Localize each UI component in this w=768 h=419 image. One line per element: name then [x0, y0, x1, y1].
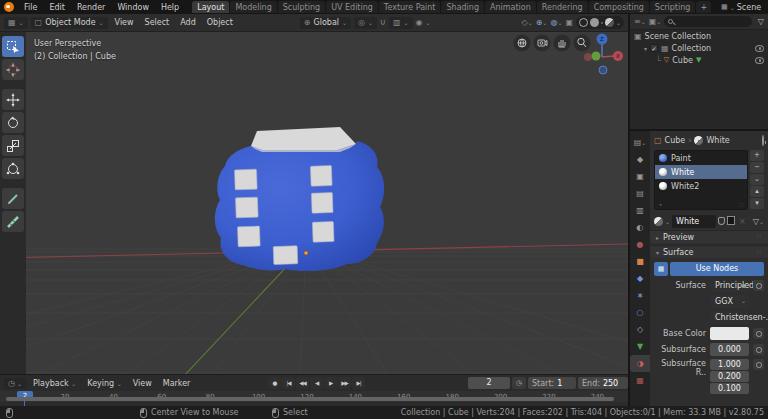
wireframe-shading-button[interactable] [579, 18, 588, 27]
preview-panel-header[interactable]: ▸ Preview ∷ [650, 230, 768, 243]
animate-property-button[interactable] [753, 359, 764, 370]
tool-rotate[interactable] [2, 112, 24, 133]
specials-dropdown[interactable]: ▽⌄ [753, 217, 764, 226]
tool-measure[interactable] [2, 211, 24, 232]
animate-property-button[interactable] [753, 344, 764, 355]
scene-selector[interactable]: ▦ ⌄ Scene × [721, 3, 768, 12]
menu-marker[interactable]: Marker [159, 379, 195, 388]
record-button[interactable]: ● [268, 377, 281, 389]
timeline-scrollbar[interactable] [6, 397, 614, 401]
disclosure-triangle-icon[interactable]: ▾ [644, 45, 647, 52]
outliner-row-collection[interactable]: ▾ ✓ ▦ Collection [630, 42, 768, 54]
tool-scale[interactable] [2, 135, 24, 156]
menu-edit[interactable]: Edit [44, 3, 70, 12]
tab-constraints[interactable]: ◇ [630, 321, 650, 338]
animate-property-button[interactable] [753, 280, 764, 291]
pin-icon[interactable] [762, 136, 764, 145]
tab-particles[interactable]: ∗ [630, 287, 650, 304]
use-nodes-button[interactable]: Use Nodes [670, 262, 764, 276]
list-resize-grip[interactable]: ∷ [739, 201, 743, 208]
object-visibility-dropdown[interactable]: ◇⌄ [521, 18, 532, 27]
proportional-editing-toggle[interactable]: ◉ [416, 18, 423, 27]
menu-keying[interactable]: Keying ⌄ [83, 379, 125, 388]
menu-view[interactable]: View [111, 18, 138, 27]
next-keyframe-button[interactable]: ▶▶ [338, 377, 351, 389]
outliner-display-mode-dropdown[interactable]: ≡⌄ [634, 17, 646, 26]
fake-user-icon[interactable] [718, 217, 725, 225]
menu-help[interactable]: Help [156, 3, 184, 12]
camera-view-button[interactable] [534, 35, 551, 52]
solid-shading-button[interactable] [590, 18, 599, 27]
menu-file[interactable]: File [19, 3, 42, 12]
menu-object[interactable]: Object [203, 18, 237, 27]
end-frame-field[interactable]: End:250 [578, 377, 628, 389]
hide-in-viewport-icon[interactable] [755, 45, 764, 52]
slot-specials-dropdown[interactable]: ⌄ [750, 174, 764, 185]
timeline-ruler[interactable]: 20406080100120140160180200220240 2 [0, 391, 628, 402]
material-preview-shading-button[interactable] [601, 22, 603, 24]
surface-shader-field[interactable]: Principled .. [710, 279, 749, 292]
menu-render[interactable]: Render [72, 3, 110, 12]
shading-dropdown[interactable]: ⌄ [616, 19, 621, 26]
tab-texture-paint[interactable]: Texture Paint [379, 1, 441, 13]
tool-cursor[interactable] [2, 59, 24, 80]
breadcrumb-object[interactable]: Cube [665, 136, 686, 145]
pan-view-button[interactable] [554, 35, 571, 52]
tool-annotate[interactable] [2, 188, 24, 209]
play-button[interactable]: ▶ [324, 377, 337, 389]
tab-output[interactable]: ▤ [630, 185, 650, 202]
tool-select-box[interactable] [2, 36, 24, 57]
transform-orientation-dropdown[interactable]: ⊕Global⌄ [300, 17, 351, 29]
animate-property-button[interactable] [753, 328, 764, 339]
snap-settings-dropdown[interactable]: ▥⌄ [389, 17, 413, 29]
scene-name[interactable]: Scene [737, 3, 768, 12]
menu-tl-view[interactable]: View [129, 379, 156, 388]
tab-scene[interactable]: ◐ [630, 219, 650, 236]
unlink-material-icon[interactable]: × [737, 217, 748, 226]
blender-logo-icon[interactable] [4, 2, 14, 12]
tab-rendering[interactable]: Rendering [537, 1, 588, 13]
collection-checkbox[interactable]: ✓ [650, 44, 658, 52]
subsurface-radius-z-field[interactable]: 0.100 [710, 383, 749, 394]
xray-toggle[interactable]: ▣ [565, 18, 573, 27]
tab-scripting[interactable]: Scripting [650, 1, 696, 13]
outliner-row-scene-collection[interactable]: ▣ Scene Collection [630, 30, 768, 42]
add-slot-button[interactable]: + [750, 150, 764, 161]
move-slot-down-button[interactable]: ▾ [750, 198, 764, 209]
properties-editor-dropdown[interactable]: ▤⌄ [630, 134, 650, 151]
tab-world[interactable]: ● [630, 236, 650, 253]
move-slot-up-button[interactable]: ▴ [750, 186, 764, 197]
base-color-swatch[interactable] [710, 327, 749, 340]
hide-in-viewport-icon[interactable] [755, 57, 764, 64]
breadcrumb-material[interactable]: White [706, 136, 729, 145]
tab-material[interactable]: ◑ [630, 355, 650, 372]
current-frame-field[interactable]: 2 [468, 377, 510, 389]
tab-sculpting[interactable]: Sculpting [278, 1, 325, 13]
slot-white2[interactable]: White2 [655, 179, 747, 193]
tab-render[interactable]: ▣ [630, 168, 650, 185]
tab-layout[interactable]: Layout [192, 1, 229, 13]
mode-dropdown[interactable]: ▢Object Mode⌄ [31, 17, 108, 29]
add-workspace-button[interactable]: + [696, 1, 711, 13]
jump-to-start-button[interactable]: |◀ [282, 377, 295, 389]
menu-add[interactable]: Add [176, 18, 200, 27]
surface-panel-header[interactable]: ▾ Surface ∷ [650, 245, 768, 258]
slot-white[interactable]: White [655, 165, 747, 179]
material-name-field[interactable]: White [672, 215, 716, 228]
menu-select[interactable]: Select [141, 18, 174, 27]
prev-keyframe-button[interactable]: ◀◀ [296, 377, 309, 389]
tab-shading[interactable]: Shading [441, 1, 484, 13]
tab-physics[interactable]: ○ [630, 304, 650, 321]
filter-funnel-icon[interactable]: ▽ [758, 17, 764, 26]
outliner-search-input[interactable] [664, 16, 752, 27]
outliner-filter-dropdown[interactable]: ▣⌄ [649, 17, 662, 26]
menu-playback[interactable]: Playback ⌄ [29, 379, 80, 388]
jump-to-end-button[interactable]: ▶| [352, 377, 365, 389]
viewport-3d[interactable]: Z X [0, 32, 628, 374]
tab-modifiers[interactable]: ◆ [630, 270, 650, 287]
preview-range-button[interactable]: ◷ [512, 377, 526, 389]
subsurface-field[interactable]: 0.000 [710, 343, 749, 356]
tab-modeling[interactable]: Modeling [230, 1, 276, 13]
start-frame-field[interactable]: Start:1 [528, 377, 576, 389]
remove-slot-button[interactable]: − [750, 162, 764, 173]
